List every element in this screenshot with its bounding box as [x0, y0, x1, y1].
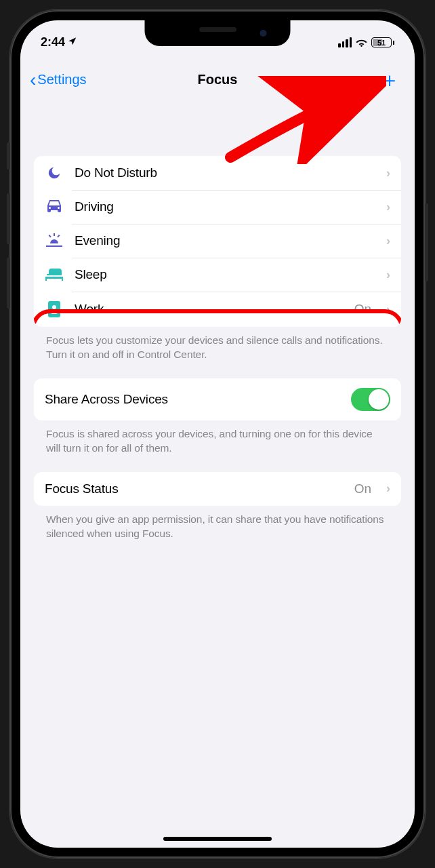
screen: 2:44 51 ‹ Settings Fo	[20, 20, 415, 848]
chevron-right-icon: ›	[386, 200, 390, 214]
row-label: Focus Status	[45, 481, 344, 496]
battery-percent: 51	[377, 39, 386, 47]
focus-row-evening[interactable]: Evening ›	[34, 224, 401, 258]
row-label: Evening	[75, 233, 371, 248]
cellular-icon	[338, 37, 352, 47]
row-label: Work	[75, 302, 344, 317]
badge-icon	[45, 301, 64, 317]
chevron-right-icon: ›	[386, 481, 390, 496]
sunset-icon	[45, 233, 64, 248]
nav-bar: ‹ Settings Focus ＋	[20, 58, 415, 102]
back-label: Settings	[37, 72, 86, 87]
wifi-icon	[355, 38, 368, 47]
focus-row-work[interactable]: Work On ›	[34, 292, 401, 327]
moon-icon	[45, 165, 64, 180]
row-label: Do Not Disturb	[75, 165, 371, 180]
notch	[145, 20, 291, 46]
chevron-left-icon: ‹	[30, 71, 36, 90]
row-detail: On	[354, 481, 371, 496]
chevron-right-icon: ›	[386, 234, 390, 248]
focus-modes-group: Do Not Disturb › Driving › Evening ›	[34, 156, 401, 327]
home-indicator[interactable]	[163, 837, 272, 841]
battery-icon: 51	[371, 37, 394, 47]
chevron-right-icon: ›	[386, 166, 390, 180]
focus-row-sleep[interactable]: Sleep ›	[34, 258, 401, 292]
bed-icon	[45, 269, 64, 281]
focus-row-driving[interactable]: Driving ›	[34, 190, 401, 224]
location-icon	[68, 35, 77, 50]
share-across-group: Share Across Devices	[34, 378, 401, 420]
focus-status-row[interactable]: Focus Status On ›	[34, 472, 401, 506]
focus-status-group: Focus Status On ›	[34, 472, 401, 506]
share-across-footer: Focus is shared across your devices, and…	[34, 420, 401, 472]
focus-row-do-not-disturb[interactable]: Do Not Disturb ›	[34, 156, 401, 190]
device-frame: 2:44 51 ‹ Settings Fo	[10, 10, 425, 858]
share-across-toggle[interactable]	[351, 388, 390, 411]
row-label: Share Across Devices	[45, 392, 340, 407]
share-across-row: Share Across Devices	[34, 378, 401, 420]
status-time: 2:44	[41, 35, 65, 50]
focus-status-footer: When you give an app permission, it can …	[34, 506, 401, 557]
row-label: Driving	[75, 199, 371, 214]
back-button[interactable]: ‹ Settings	[30, 71, 87, 90]
row-label: Sleep	[75, 267, 371, 282]
page-title: Focus	[198, 72, 238, 87]
svg-rect-2	[51, 311, 58, 314]
add-button[interactable]: ＋	[379, 70, 400, 90]
focus-footer-text: Focus lets you customize your devices an…	[34, 327, 401, 378]
car-icon	[45, 200, 64, 214]
row-detail: On	[354, 302, 371, 317]
content: Do Not Disturb › Driving › Evening ›	[20, 129, 415, 848]
svg-point-1	[52, 305, 56, 309]
chevron-right-icon: ›	[386, 302, 390, 317]
chevron-right-icon: ›	[386, 268, 390, 282]
